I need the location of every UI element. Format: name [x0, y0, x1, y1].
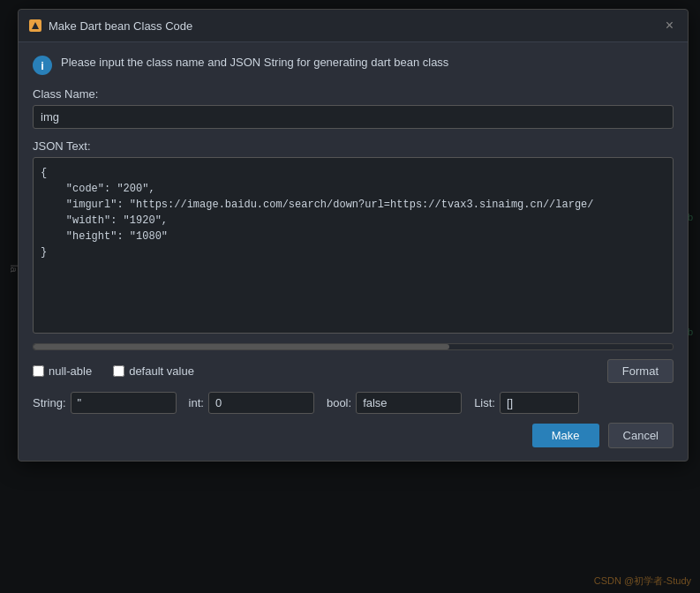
string-field-group: String: [33, 392, 177, 414]
nullable-label: null-able [49, 364, 92, 378]
list-field-group: List: [474, 392, 579, 414]
list-input[interactable] [500, 392, 579, 414]
scrollbar-hint[interactable] [33, 343, 674, 350]
int-input[interactable] [208, 392, 314, 414]
options-row: null-able default value Format [33, 359, 674, 383]
int-field-group: int: [189, 392, 314, 414]
dialog: Make Dart bean Class Code × i Please inp… [18, 9, 689, 462]
info-icon: i [33, 56, 52, 75]
action-row: Make Cancel [33, 423, 674, 448]
json-area-container: { "code": "200", "imgurl": "https://imag… [33, 157, 674, 336]
nullable-checkbox[interactable] [33, 365, 44, 377]
json-text-label: JSON Text: [33, 139, 674, 153]
bool-label: bool: [327, 396, 351, 409]
format-button[interactable]: Format [607, 359, 674, 383]
string-label: String: [33, 396, 66, 409]
options-left: null-able default value [33, 364, 194, 378]
json-textarea[interactable]: { "code": "200", "imgurl": "https://imag… [33, 157, 674, 334]
dialog-title: Make Dart bean Class Code [49, 19, 192, 33]
make-button[interactable]: Make [532, 424, 599, 447]
default-value-checkbox-label[interactable]: default value [113, 364, 194, 378]
list-label: List: [474, 396, 495, 409]
bool-input[interactable] [356, 392, 462, 414]
dialog-body: i Please input the class name and JSON S… [19, 42, 688, 461]
close-button[interactable]: × [662, 17, 677, 34]
nullable-checkbox-label[interactable]: null-able [33, 364, 92, 378]
string-input[interactable] [71, 392, 177, 414]
cancel-button[interactable]: Cancel [608, 423, 674, 448]
default-value-checkbox[interactable] [113, 365, 124, 377]
default-value-label: default value [129, 364, 194, 378]
titlebar-left: Make Dart bean Class Code [29, 19, 192, 33]
dialog-titlebar: Make Dart bean Class Code × [19, 10, 688, 42]
info-text: Please input the class name and JSON Str… [61, 55, 448, 71]
dart-icon [29, 19, 41, 32]
scrollbar-thumb [34, 344, 449, 349]
bool-field-group: bool: [327, 392, 462, 414]
info-row: i Please input the class name and JSON S… [33, 55, 674, 75]
fields-row: String: int: bool: List: [33, 392, 674, 414]
class-name-input[interactable] [33, 105, 674, 129]
class-name-label: Class Name: [33, 87, 674, 101]
int-label: int: [189, 396, 204, 409]
